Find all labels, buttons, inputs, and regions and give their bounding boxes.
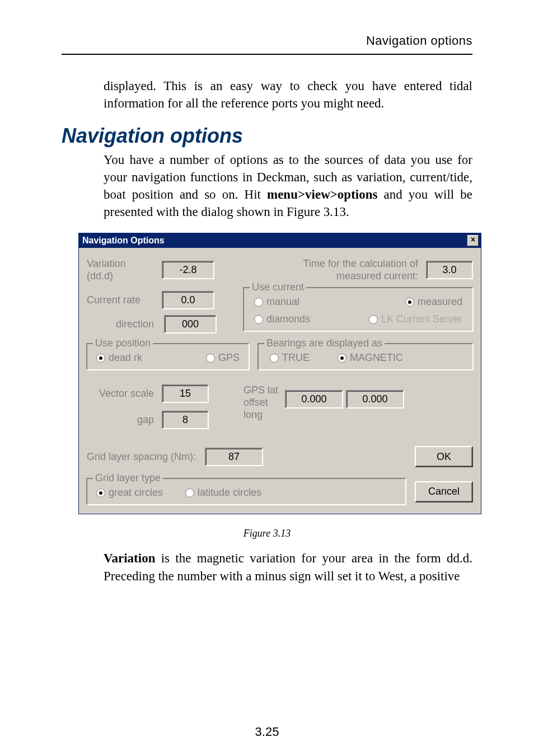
dialog-title: Navigation Options: [82, 236, 165, 246]
current-rate-label: Current rate: [87, 294, 154, 306]
radio-diamonds[interactable]: diamonds: [254, 313, 310, 325]
grid-type-legend: Grid layer type: [93, 472, 163, 484]
gps-long-label: long: [243, 409, 263, 420]
variation-desc: is the magnetic variation for your area …: [104, 551, 472, 583]
time-calc-label-b: measured current:: [336, 270, 418, 281]
vector-scale-input[interactable]: 15: [162, 384, 209, 403]
radio-magnetic[interactable]: MAGNETIC: [338, 352, 403, 364]
section-intro: You have a number of options as to the s…: [104, 151, 472, 220]
gps-offset-label: offset: [243, 397, 268, 408]
time-calc-label-a: Time for the calculation of: [303, 258, 418, 269]
radio-magnetic-label: MAGNETIC: [350, 352, 403, 364]
radio-latitude-circles-label: latitude circles: [198, 487, 261, 499]
gps-long-input[interactable]: 0.000: [346, 390, 404, 408]
direction-label: direction: [87, 318, 156, 330]
current-rate-input[interactable]: 0.0: [162, 291, 214, 309]
close-icon[interactable]: ×: [467, 235, 479, 246]
gap-label: gap: [87, 414, 154, 426]
variation-term: Variation: [104, 551, 155, 565]
use-position-legend: Use position: [93, 337, 153, 349]
figure-caption: Figure 3.13: [62, 528, 472, 539]
radio-latitude-circles[interactable]: latitude circles: [185, 487, 261, 499]
radio-lk-label: LK Current Server: [381, 313, 462, 325]
radio-measured[interactable]: measured: [405, 296, 462, 308]
intro-continuation: displayed. This is an easy way to check …: [104, 77, 472, 112]
direction-input[interactable]: 000: [164, 315, 217, 334]
grid-spacing-input[interactable]: 87: [205, 448, 263, 466]
variation-label: Variation (dd.d): [87, 258, 154, 282]
radio-great-circles-label: great circles: [109, 487, 163, 499]
radio-manual-label: manual: [266, 296, 299, 308]
cancel-button[interactable]: Cancel: [415, 481, 473, 503]
radio-diamonds-label: diamonds: [266, 313, 310, 325]
use-current-legend: Use current: [250, 281, 306, 293]
radio-lk-current-server: LK Current Server: [369, 313, 462, 325]
radio-true-label: TRUE: [282, 352, 310, 364]
radio-great-circles[interactable]: great circles: [96, 487, 163, 499]
radio-manual[interactable]: manual: [254, 296, 299, 308]
page-number: 3.25: [0, 725, 534, 739]
navigation-options-dialog: Navigation Options × Variation (dd.d) -2…: [78, 233, 481, 514]
radio-measured-label: measured: [418, 296, 462, 308]
variation-input[interactable]: -2.8: [162, 261, 214, 279]
bearings-legend: Bearings are displayed as: [264, 337, 385, 349]
radio-deadrk-label: dead rk: [109, 352, 142, 364]
header-rule: [62, 54, 472, 55]
gps-lat-input[interactable]: 0.000: [285, 390, 343, 408]
time-calc-input[interactable]: 3.0: [426, 261, 473, 279]
section-title: Navigation options: [62, 124, 472, 148]
figure-wrapper: Navigation Options × Variation (dd.d) -2…: [78, 233, 472, 514]
gap-input[interactable]: 8: [162, 411, 209, 429]
radio-gps-label: GPS: [218, 352, 240, 364]
ok-button[interactable]: OK: [415, 446, 473, 467]
dialog-body: Variation (dd.d) -2.8 Time for the calcu…: [79, 248, 481, 514]
dialog-titlebar: Navigation Options ×: [79, 233, 481, 248]
radio-gps[interactable]: GPS: [206, 352, 240, 364]
menu-path: menu>view>options: [267, 187, 377, 201]
running-header: Navigation options: [62, 34, 472, 48]
radio-true[interactable]: TRUE: [270, 352, 310, 364]
gps-lat-label: GPS lat: [243, 384, 278, 396]
vector-scale-label: Vector scale: [87, 388, 154, 400]
grid-spacing-label: Grid layer spacing (Nm):: [87, 451, 196, 463]
radio-deadrk[interactable]: dead rk: [96, 352, 142, 364]
variation-paragraph: Variation is the magnetic variation for …: [104, 550, 472, 584]
